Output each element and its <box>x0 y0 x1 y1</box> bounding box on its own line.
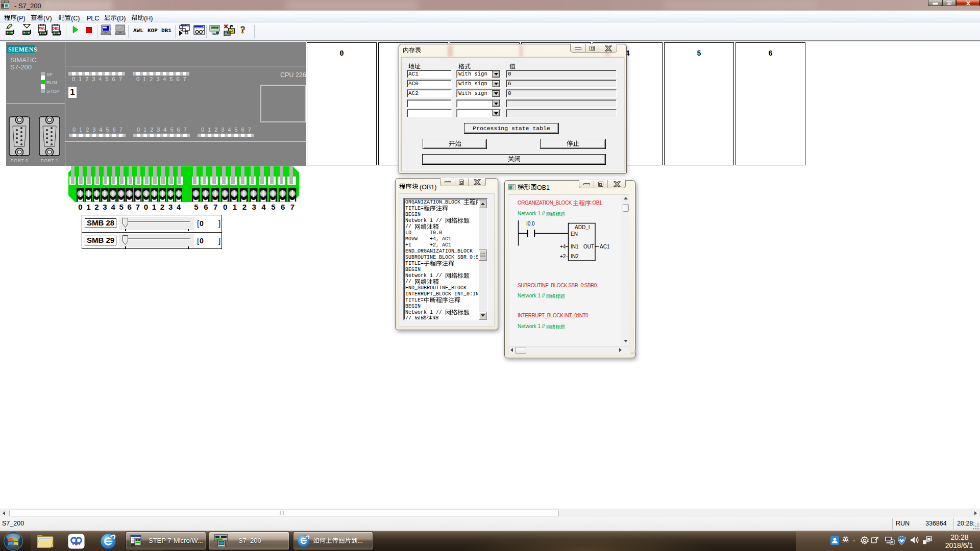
svg-text:?: ? <box>240 24 246 35</box>
svg-text:AWL: AWL <box>38 27 45 30</box>
svg-text:DB1: DB1 <box>52 27 59 30</box>
